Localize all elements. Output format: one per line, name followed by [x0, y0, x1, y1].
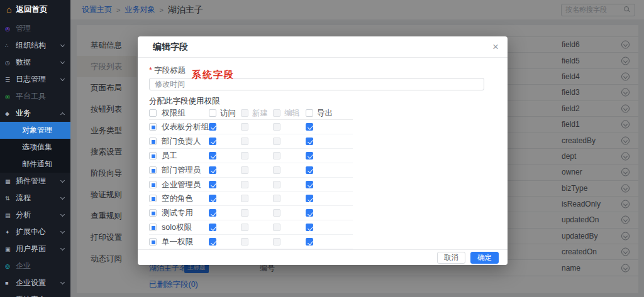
- perm-group-label: 单一权限: [162, 237, 193, 247]
- perm-row-空的角色: 空的角色: [149, 192, 353, 206]
- sidebar-item-label: 平台工具: [16, 91, 65, 102]
- perm-checkbox-导出[interactable]: [306, 209, 313, 217]
- perm-row-部门管理员: 部门管理员: [149, 163, 353, 178]
- app-root: ⌂ 返回首页 ◎管理∴组织结构◷数据☰日志管理◎平台工具◆业务对象管理选项值集邮…: [0, 0, 644, 297]
- sidebar-home-link[interactable]: ⌂ 返回首页: [0, 0, 70, 19]
- flow-icon: ⇅: [5, 195, 14, 202]
- sidebar-nav: ◎管理∴组织结构◷数据☰日志管理◎平台工具◆业务对象管理选项值集邮件通知▦插件管…: [0, 20, 70, 297]
- sidebar-item-分析[interactable]: ▤分析: [0, 207, 70, 224]
- perm-checkbox-导出[interactable]: [306, 238, 313, 246]
- modal-title: 编辑字段: [153, 41, 492, 53]
- perm-checkbox-访问[interactable]: [209, 238, 216, 246]
- perm-checkbox-新建: [241, 123, 248, 131]
- sidebar-item-label: 管理: [16, 23, 65, 34]
- perm-checkbox-访问[interactable]: [209, 123, 216, 131]
- modal-footer: 取消 确定: [138, 249, 508, 265]
- perm-checkbox-新建: [241, 238, 248, 246]
- perm-header-checkbox-访问[interactable]: [209, 109, 216, 117]
- perm-checkbox-导出[interactable]: [306, 166, 313, 174]
- perm-checkbox-导出[interactable]: [306, 138, 313, 145]
- chevron-down-icon: [60, 60, 65, 64]
- sidebar-item-label: 邮件通知: [22, 159, 65, 170]
- perm-group-checkbox[interactable]: [149, 209, 157, 217]
- sidebar-item-label: 企业: [16, 261, 65, 271]
- perm-group-label: 空的角色: [162, 193, 193, 204]
- sidebar-item-流程[interactable]: ⇅流程: [0, 190, 70, 207]
- sidebar-item-企业[interactable]: ◎企业: [0, 257, 70, 274]
- perm-group-label: 员工: [162, 150, 177, 161]
- sidebar-item-label: 系统安全: [16, 294, 65, 297]
- perm-checkbox-编辑: [273, 195, 280, 202]
- sidebar-item-数据[interactable]: ◷数据: [0, 54, 70, 71]
- perm-checkbox-新建: [241, 195, 248, 202]
- perm-checkbox-访问[interactable]: [209, 152, 216, 159]
- sidebar-item-插件管理[interactable]: ▦插件管理: [0, 173, 70, 190]
- sidebar-item-label: 插件管理: [16, 176, 61, 186]
- sidebar-item-日志管理[interactable]: ☰日志管理: [0, 71, 70, 88]
- perm-group-checkbox[interactable]: [149, 138, 157, 145]
- sidebar-item-系统安全[interactable]: ●系统安全: [0, 291, 70, 297]
- perm-header-checkbox-新建: [241, 109, 248, 117]
- perm-group-label: 测试专用: [162, 208, 193, 219]
- sidebar-item-扩展中心[interactable]: ✦扩展中心: [0, 224, 70, 240]
- sidebar-item-用户界面[interactable]: ▣用户界面: [0, 240, 70, 257]
- perm-header-checkbox-导出[interactable]: [306, 109, 313, 117]
- permissions-section-label: 分配此字段使用权限: [149, 96, 220, 107]
- sidebar-item-邮件通知[interactable]: 邮件通知: [0, 156, 70, 173]
- sidebar-item-管理[interactable]: ◎管理: [0, 20, 70, 37]
- sidebar-item-label: 用户界面: [16, 244, 61, 254]
- sidebar-item-label: 企业设置: [16, 278, 61, 288]
- perm-group-checkbox[interactable]: [149, 166, 157, 174]
- close-icon[interactable]: ×: [492, 41, 499, 52]
- perm-checkbox-编辑: [273, 138, 280, 145]
- perm-checkbox-访问[interactable]: [209, 195, 216, 202]
- perm-checkbox-新建: [241, 166, 248, 174]
- perm-group-checkbox[interactable]: [149, 181, 157, 188]
- cancel-button[interactable]: 取消: [437, 252, 465, 264]
- sidebar-item-组织结构[interactable]: ∴组织结构: [0, 37, 70, 54]
- perm-group-checkbox[interactable]: [149, 123, 157, 131]
- circle-icon: ◎: [5, 263, 14, 269]
- perm-checkbox-导出[interactable]: [306, 152, 313, 159]
- home-icon: ⌂: [6, 5, 11, 14]
- perm-checkbox-新建: [241, 209, 248, 217]
- perm-group-checkbox[interactable]: [149, 152, 157, 159]
- sidebar-item-label: 选项值集: [22, 142, 65, 153]
- perm-checkbox-访问[interactable]: [209, 224, 216, 231]
- perm-header-label-新建: 新建: [252, 108, 268, 119]
- perm-checkbox-访问[interactable]: [209, 181, 216, 188]
- perm-group-label: 部门管理员: [162, 165, 201, 175]
- sidebar-item-平台工具[interactable]: ◎平台工具: [0, 88, 70, 105]
- perm-checkbox-导出[interactable]: [306, 123, 313, 131]
- system-field-annotation: 系统字段: [192, 69, 235, 81]
- perm-group-checkbox[interactable]: [149, 195, 157, 202]
- sidebar-item-业务[interactable]: ◆业务: [0, 105, 70, 122]
- perm-checkbox-新建: [241, 224, 248, 231]
- modal-header: 编辑字段 ×: [138, 36, 508, 58]
- sidebar-item-对象管理[interactable]: 对象管理: [0, 122, 70, 139]
- sidebar-item-label: 对象管理: [22, 125, 65, 136]
- perm-row-部门负责人: 部门负责人: [149, 134, 353, 149]
- perm-checkbox-导出[interactable]: [306, 181, 313, 188]
- perm-checkbox-新建: [241, 181, 248, 188]
- perm-checkbox-新建: [241, 138, 248, 145]
- chevron-down-icon: [60, 280, 65, 284]
- sidebar-item-企业设置[interactable]: ■企业设置: [0, 274, 70, 291]
- perm-checkbox-导出[interactable]: [306, 195, 313, 202]
- perm-checkbox-导出[interactable]: [306, 224, 313, 231]
- perm-group-checkbox[interactable]: [149, 224, 157, 231]
- perm-checkbox-访问[interactable]: [209, 138, 216, 145]
- perm-checkbox-访问[interactable]: [209, 209, 216, 217]
- field-title-label: *字段标题: [149, 65, 186, 76]
- chevron-down-icon: [60, 77, 65, 81]
- perm-group-checkbox[interactable]: [149, 238, 157, 246]
- business-icon: ◆: [5, 111, 14, 117]
- perm-header-group-checkbox[interactable]: [149, 109, 157, 117]
- perm-header-checkbox-编辑: [273, 109, 280, 117]
- perm-checkbox-访问[interactable]: [209, 166, 216, 174]
- ok-button[interactable]: 确定: [470, 252, 499, 264]
- perm-group-label: 企业管理员: [162, 179, 201, 190]
- chevron-up-icon: [60, 112, 65, 116]
- sidebar-item-选项值集[interactable]: 选项值集: [0, 139, 70, 156]
- perm-header-label-编辑: 编辑: [284, 108, 300, 119]
